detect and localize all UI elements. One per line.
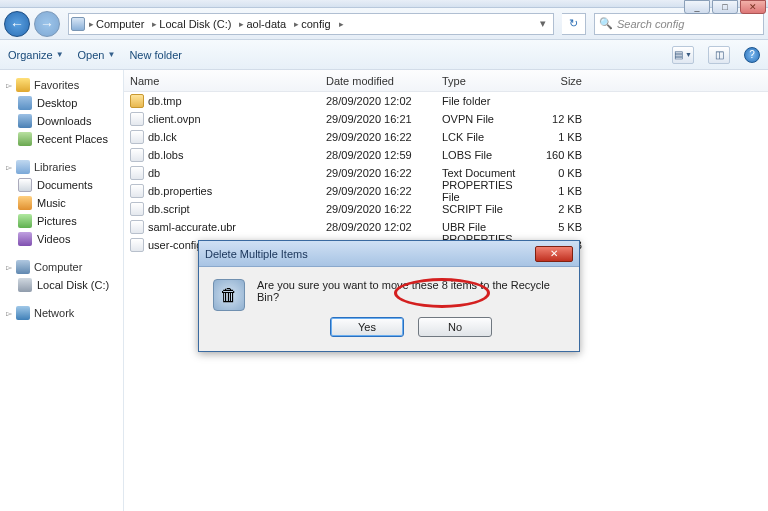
new-folder-button[interactable]: New folder	[129, 49, 182, 61]
folder-icon	[130, 94, 144, 108]
sidebar-group-network[interactable]: ▻Network	[0, 304, 123, 322]
desktop-icon	[18, 96, 32, 110]
sidebar-group-favorites[interactable]: ▻Favorites	[0, 76, 123, 94]
file-size: 160 KB	[528, 149, 588, 161]
file-icon	[130, 130, 144, 144]
file-row[interactable]: client.ovpn29/09/2020 16:21OVPN File12 K…	[124, 110, 768, 128]
sidebar-group-libraries[interactable]: ▻Libraries	[0, 158, 123, 176]
refresh-button[interactable]: ↻	[562, 13, 586, 35]
search-placeholder: Search config	[617, 18, 684, 30]
file-size: 5 KB	[528, 221, 588, 233]
open-button[interactable]: Open▼	[78, 49, 116, 61]
breadcrumb-seg[interactable]: Local Disk (C:)	[159, 18, 231, 30]
file-name: db.tmp	[148, 95, 182, 107]
file-type: LOBS File	[436, 149, 528, 161]
file-row[interactable]: db.tmp28/09/2020 12:02File folder	[124, 92, 768, 110]
search-input[interactable]: 🔍 Search config	[594, 13, 764, 35]
delete-confirmation-dialog: Delete Multiple Items ✕ 🗑 Are you sure y…	[198, 240, 580, 352]
back-button[interactable]: ←	[4, 11, 30, 37]
file-name: db	[148, 167, 160, 179]
preview-pane-button[interactable]: ◫	[708, 46, 730, 64]
file-icon	[130, 166, 144, 180]
recent-icon	[18, 132, 32, 146]
file-row[interactable]: db.lck29/09/2020 16:22LCK File1 KB	[124, 128, 768, 146]
file-name: db.script	[148, 203, 190, 215]
file-type: OVPN File	[436, 113, 528, 125]
documents-icon	[18, 178, 32, 192]
maximize-button[interactable]: □	[712, 0, 738, 14]
disk-icon	[18, 278, 32, 292]
sidebar-item-downloads[interactable]: Downloads	[0, 112, 123, 130]
recycle-bin-icon: 🗑	[213, 279, 245, 311]
file-type: Text Document	[436, 167, 528, 179]
column-type[interactable]: Type	[436, 75, 528, 87]
forward-button[interactable]: →	[34, 11, 60, 37]
file-row[interactable]: db.script29/09/2020 16:22SCRIPT File2 KB	[124, 200, 768, 218]
yes-button[interactable]: Yes	[330, 317, 404, 337]
file-date: 29/09/2020 16:22	[320, 185, 436, 197]
file-size: 1 KB	[528, 131, 588, 143]
dialog-titlebar: Delete Multiple Items ✕	[199, 241, 579, 267]
no-button[interactable]: No	[418, 317, 492, 337]
file-date: 28/09/2020 12:02	[320, 221, 436, 233]
dialog-message: Are you sure you want to move these 8 it…	[257, 279, 565, 303]
organize-button[interactable]: Organize▼	[8, 49, 64, 61]
column-date[interactable]: Date modified	[320, 75, 436, 87]
videos-icon	[18, 232, 32, 246]
breadcrumb[interactable]: ▸Computer ▸Local Disk (C:) ▸aol-data ▸co…	[68, 13, 554, 35]
sidebar-item-pictures[interactable]: Pictures	[0, 212, 123, 230]
file-date: 28/09/2020 12:02	[320, 95, 436, 107]
navigation-bar: ← → ▸Computer ▸Local Disk (C:) ▸aol-data…	[0, 8, 768, 40]
pictures-icon	[18, 214, 32, 228]
sidebar-item-localdisk[interactable]: Local Disk (C:)	[0, 276, 123, 294]
file-icon	[130, 202, 144, 216]
file-size: 2 KB	[528, 203, 588, 215]
search-icon: 🔍	[599, 17, 613, 30]
breadcrumb-seg[interactable]: aol-data	[246, 18, 286, 30]
sidebar-item-recent[interactable]: Recent Places	[0, 130, 123, 148]
file-type: PROPERTIES File	[436, 179, 528, 203]
music-icon	[18, 196, 32, 210]
window-titlebar: _ □ ✕	[0, 0, 768, 8]
file-type: SCRIPT File	[436, 203, 528, 215]
file-row[interactable]: db.properties29/09/2020 16:22PROPERTIES …	[124, 182, 768, 200]
file-size: 12 KB	[528, 113, 588, 125]
column-name[interactable]: Name	[124, 75, 320, 87]
file-name: saml-accurate.ubr	[148, 221, 236, 233]
window-close-button[interactable]: ✕	[740, 0, 766, 14]
dialog-title: Delete Multiple Items	[205, 248, 535, 260]
file-icon	[130, 148, 144, 162]
file-name: db.lobs	[148, 149, 183, 161]
minimize-button[interactable]: _	[684, 0, 710, 14]
file-date: 29/09/2020 16:21	[320, 113, 436, 125]
view-options-button[interactable]: ▤▼	[672, 46, 694, 64]
sidebar-item-desktop[interactable]: Desktop	[0, 94, 123, 112]
file-icon	[130, 238, 144, 252]
network-icon	[16, 306, 30, 320]
breadcrumb-seg[interactable]: config	[301, 18, 330, 30]
file-type: UBR File	[436, 221, 528, 233]
sidebar-item-documents[interactable]: Documents	[0, 176, 123, 194]
file-date: 29/09/2020 16:22	[320, 167, 436, 179]
file-icon	[130, 184, 144, 198]
sidebar: ▻Favorites Desktop Downloads Recent Plac…	[0, 70, 124, 511]
file-type: File folder	[436, 95, 528, 107]
computer-icon	[16, 260, 30, 274]
file-date: 29/09/2020 16:22	[320, 131, 436, 143]
breadcrumb-dropdown[interactable]: ▾	[535, 17, 551, 30]
libraries-icon	[16, 160, 30, 174]
dialog-close-button[interactable]: ✕	[535, 246, 573, 262]
file-type: LCK File	[436, 131, 528, 143]
sidebar-item-videos[interactable]: Videos	[0, 230, 123, 248]
file-size: 0 KB	[528, 167, 588, 179]
file-size: 1 KB	[528, 185, 588, 197]
sidebar-group-computer[interactable]: ▻Computer	[0, 258, 123, 276]
file-date: 28/09/2020 12:59	[320, 149, 436, 161]
column-size[interactable]: Size	[528, 75, 588, 87]
breadcrumb-seg[interactable]: Computer	[96, 18, 144, 30]
file-row[interactable]: db.lobs28/09/2020 12:59LOBS File160 KB	[124, 146, 768, 164]
sidebar-item-music[interactable]: Music	[0, 194, 123, 212]
favorites-icon	[16, 78, 30, 92]
downloads-icon	[18, 114, 32, 128]
help-button[interactable]: ?	[744, 47, 760, 63]
